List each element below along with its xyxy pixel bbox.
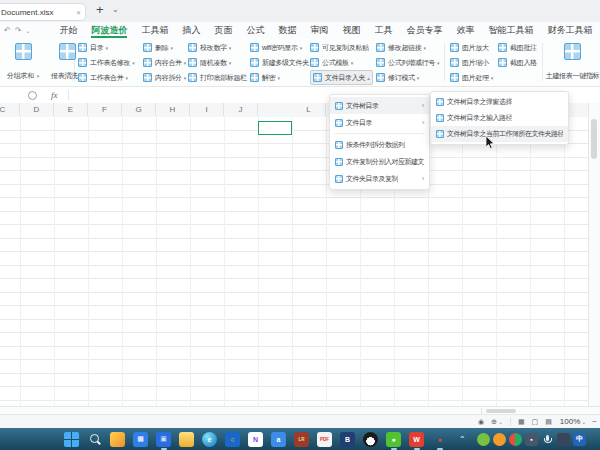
undo-icon[interactable]: ↶	[4, 26, 11, 35]
edge-browser[interactable]: e	[202, 432, 217, 447]
screen-recorder-app[interactable]: ●	[432, 432, 447, 447]
tray-app-icon[interactable]: ▪	[525, 433, 538, 446]
menu-tab-公式[interactable]: 公式	[239, 22, 271, 38]
wechat-app[interactable]: ●	[386, 432, 401, 447]
menu-tab-阿波造价[interactable]: 阿波造价	[84, 22, 134, 38]
tray-microphone-icon[interactable]	[541, 433, 554, 446]
ribbon-button-删除[interactable]: 删除▾	[143, 40, 186, 55]
ribbon-button-公式列增减行号[interactable]: 公式列增减行号▾	[376, 55, 439, 70]
ribbon-button-土建报表一键指标[interactable]: 土建报表一键指标	[545, 40, 600, 84]
ribbon-button-打印底部标题栏[interactable]: 打印底部标题栏	[188, 70, 247, 85]
ribbon-button-文件目录入夹[interactable]: 文件目录入夹▴	[310, 70, 373, 85]
ribbon-button-截图入格[interactable]: 截图入格	[498, 55, 537, 70]
fx-icon[interactable]: fx	[51, 90, 58, 100]
cell-display-mode-icon[interactable]: ⊕	[491, 418, 497, 426]
ribbon-button-公式模板[interactable]: 公式模板▾	[310, 55, 373, 70]
ribbon-button-图片处理[interactable]: 图片处理▾	[450, 70, 493, 85]
vertical-scrollbar-thumb[interactable]	[591, 119, 597, 159]
ribbon-button-修订模式[interactable]: 修订模式▾	[376, 70, 439, 85]
quick-access-chevron-icon[interactable]: ⌄	[25, 27, 30, 34]
menu-tab-数据[interactable]: 数据	[271, 22, 303, 38]
tray-input-method-icon[interactable]: 中	[573, 433, 586, 446]
tray-key-tool-icon[interactable]	[493, 433, 506, 446]
pdf-app[interactable]: PDF	[317, 432, 332, 447]
menu-tab-视图[interactable]: 视图	[335, 22, 367, 38]
column-header-D[interactable]: D	[20, 103, 54, 116]
app-notes[interactable]: N	[248, 432, 263, 447]
file-explorer[interactable]	[179, 432, 194, 447]
vertical-scrollbar[interactable]	[588, 103, 600, 406]
menu-tab-财务工具箱[interactable]: 财务工具箱	[540, 22, 599, 38]
page-layout-view-icon[interactable]: ▢	[532, 418, 539, 426]
column-header-H[interactable]: H	[156, 103, 190, 116]
menu-item-文件树目录之输入路径[interactable]: 文件树目录之输入路径	[431, 110, 568, 126]
normal-view-icon[interactable]: ▦	[518, 418, 525, 426]
tray-antivirus-icon[interactable]	[477, 433, 490, 446]
name-box-icon[interactable]	[28, 91, 37, 100]
document-tab[interactable]: Document.xlsx ✕	[0, 3, 86, 21]
ribbon-button-内容合并[interactable]: 内容合并▾	[143, 55, 186, 70]
ribbon-button-修改超链接[interactable]: 修改超链接▾	[376, 40, 439, 55]
ribbon-button-工作表合并[interactable]: 工作表合并▾	[78, 70, 135, 85]
zoom-level[interactable]: 100%	[560, 417, 580, 426]
redo-icon[interactable]: ↷	[15, 26, 22, 35]
menu-item-文件复制分别入对应新建文件夹[interactable]: 文件复制分别入对应新建文件夹	[330, 153, 429, 170]
column-header-F[interactable]: F	[88, 103, 122, 116]
menu-tab-智能工具箱[interactable]: 智能工具箱	[481, 22, 540, 38]
ribbon-button-新建多级文件夹[interactable]: 新建多级文件夹▾	[250, 55, 313, 70]
app-office-tool[interactable]: a	[271, 432, 286, 447]
column-header-C[interactable]: C	[0, 103, 20, 116]
menu-tab-页面[interactable]: 页面	[207, 22, 239, 38]
menu-tab-效率[interactable]: 效率	[449, 22, 481, 38]
horizontal-scrollbar-thumb[interactable]	[486, 409, 516, 413]
zoom-chevron-icon[interactable]: ⌄	[581, 418, 586, 425]
menu-tab-开始[interactable]: 开始	[52, 22, 84, 38]
wps-office-app[interactable]: W	[409, 432, 424, 447]
page-break-view-icon[interactable]: ▤	[545, 418, 552, 426]
column-header-L[interactable]: L	[292, 103, 326, 116]
app-gallery[interactable]	[110, 432, 125, 447]
menu-item-按条件列拆分数据列[interactable]: 按条件列拆分数据列	[330, 136, 429, 153]
new-tab-button[interactable]: +	[96, 2, 104, 17]
ribbon-button-wifi密码显示[interactable]: wifi密码显示▾	[250, 40, 313, 55]
ribbon-button-随机凑数[interactable]: 随机凑数▾	[188, 55, 247, 70]
sheet-grid[interactable]	[0, 117, 589, 406]
qq-app[interactable]	[363, 432, 378, 447]
ribbon-button-分组求和[interactable]: 分组求和 ▾	[2, 40, 44, 84]
visibility-toggle-icon[interactable]: ◉	[478, 418, 484, 426]
app-reader[interactable]: LR	[294, 432, 309, 447]
ribbon-button-截图批注[interactable]: 截图批注	[498, 40, 537, 55]
menu-item-文件树目录[interactable]: 文件树目录›	[330, 97, 429, 114]
selected-cell[interactable]	[258, 121, 292, 135]
column-header-I[interactable]: I	[190, 103, 224, 116]
ribbon-button-图片缩小[interactable]: 图片缩小	[450, 55, 493, 70]
menu-item-文件树目录之弹窗选择[interactable]: 文件树目录之弹窗选择	[431, 94, 568, 110]
menu-tab-会员专享[interactable]: 会员专享	[399, 22, 449, 38]
menu-tab-工具箱[interactable]: 工具箱	[134, 22, 175, 38]
column-header-G[interactable]: G	[122, 103, 156, 116]
column-header-E[interactable]: E	[54, 103, 88, 116]
tab-close-icon[interactable]: ✕	[76, 9, 81, 16]
app-mail[interactable]: ▣	[156, 432, 171, 447]
menu-item-文件目录[interactable]: 文件目录›	[330, 114, 429, 131]
ribbon-button-解密[interactable]: 解密▾	[250, 70, 313, 85]
tab-list-chevron-icon[interactable]: ⌄	[112, 5, 119, 14]
app-search-tool[interactable]: ○	[225, 432, 240, 447]
ribbon-button-内容拆分[interactable]: 内容拆分▾	[143, 70, 186, 85]
menu-item-文件夹目录及复制[interactable]: 文件夹目录及复制›	[330, 170, 429, 187]
ribbon-button-工作表名修改[interactable]: 工作表名修改▾	[78, 55, 135, 70]
start-button[interactable]	[64, 432, 79, 447]
app-toolbox[interactable]: B	[340, 432, 355, 447]
ribbon-button-图片放大[interactable]: 图片放大	[450, 40, 493, 55]
menu-tab-插入[interactable]: 插入	[175, 22, 207, 38]
tray-expand-chevron-icon[interactable]: ⌃	[459, 435, 466, 444]
menu-tab-审阅[interactable]: 审阅	[303, 22, 335, 38]
menu-item-文件树目录之当前工作簿所在文件夹路径[interactable]: 文件树目录之当前工作簿所在文件夹路径	[431, 126, 568, 142]
ribbon-button-校改数字[interactable]: 校改数字▾	[188, 40, 247, 55]
tray-contacts-icon[interactable]	[509, 433, 522, 446]
app-store[interactable]: ▦	[133, 432, 148, 447]
taskbar-search-icon[interactable]	[87, 432, 102, 447]
ribbon-button-可见复制及粘贴[interactable]: 可见复制及粘贴	[310, 40, 373, 55]
menu-tab-工具[interactable]: 工具	[367, 22, 399, 38]
ribbon-button-目录[interactable]: 目录▾	[78, 40, 135, 55]
